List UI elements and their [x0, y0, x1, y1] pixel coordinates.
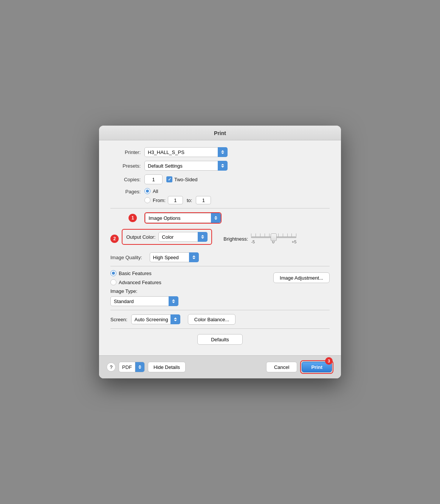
separator-1	[110, 208, 330, 208]
pages-from-input[interactable]	[168, 196, 183, 204]
pages-from-label: From:	[153, 198, 166, 203]
image-type-select[interactable]: Standard	[110, 296, 178, 306]
advanced-features-row: Advanced Features	[110, 279, 161, 285]
output-color-section: 2 Output Color: Color	[110, 229, 212, 249]
pages-to-label: to:	[187, 198, 192, 203]
tick-1	[251, 233, 251, 236]
pages-label: Pages:	[110, 188, 141, 194]
defaults-btn[interactable]: Defaults	[197, 334, 243, 345]
presets-row: Presets: Default Settings	[110, 161, 330, 171]
hide-details-btn[interactable]: Hide Details	[148, 362, 186, 372]
pages-from-radio[interactable]	[144, 197, 150, 203]
screen-label: Screen:	[110, 317, 127, 322]
image-options-row: 1 Image Options	[110, 212, 330, 224]
tick-2	[256, 233, 256, 236]
badge-3: 3	[325, 357, 333, 365]
tick-8	[283, 233, 283, 236]
defaults-row: Defaults	[110, 334, 330, 345]
two-sided-row: Two-Sided	[166, 176, 197, 182]
pages-row: Pages: All From: to:	[110, 188, 330, 204]
screen-select-wrapper: Auto Screening	[131, 314, 180, 324]
tick-9	[287, 233, 288, 236]
printer-select-wrapper: H3_HALL_S_PS	[144, 147, 228, 157]
features-row: Basic Features Advanced Features Image A…	[110, 270, 330, 285]
brightness-label: Brightness:	[223, 236, 248, 242]
dialog-title: Print	[99, 126, 341, 140]
two-sided-label: Two-Sided	[174, 177, 197, 182]
brightness-slider-container: -5 0 +5	[251, 233, 296, 244]
image-options-select-wrapper: Image Options	[144, 212, 222, 224]
pages-to-input[interactable]	[196, 196, 211, 204]
tick-3	[260, 233, 260, 236]
pages-from-row: From: to:	[144, 196, 211, 204]
separator-2	[110, 266, 330, 266]
features-left: Basic Features Advanced Features	[110, 270, 161, 285]
tick-10	[291, 233, 292, 236]
cancel-btn[interactable]: Cancel	[266, 362, 297, 372]
tick-11	[296, 233, 296, 236]
output-color-label: Output Color:	[126, 234, 155, 240]
print-btn-outline: Print 3	[300, 360, 333, 374]
screen-select[interactable]: Auto Screening	[131, 314, 180, 324]
presets-label: Presets:	[110, 163, 141, 169]
slider-track[interactable]	[251, 236, 296, 238]
image-adjustment-btn[interactable]: Image Adjustment...	[273, 272, 330, 283]
output-color-outline: Output Color: Color	[122, 229, 212, 245]
image-type-select-wrapper: Standard	[110, 296, 178, 306]
image-quality-label: Image Quality:	[110, 255, 142, 260]
slider-thumb[interactable]	[271, 233, 277, 241]
pages-all-label: All	[153, 188, 158, 194]
print-dialog: Print Printer: H3_HALL_S_PS Presets: Def…	[99, 126, 341, 378]
output-color-select[interactable]: Color	[158, 232, 208, 242]
bottom-bar: ? PDF Hide Details Cancel Print 3	[99, 355, 341, 378]
pages-all-row: All	[144, 188, 211, 194]
advanced-features-radio[interactable]	[110, 279, 116, 285]
separator-3	[110, 310, 330, 310]
presets-select-wrapper: Default Settings	[144, 161, 228, 171]
two-sided-checkbox[interactable]	[166, 176, 172, 182]
basic-features-row: Basic Features	[110, 270, 161, 276]
copies-row: Copies: Two-Sided	[110, 174, 330, 184]
badge-1: 1	[129, 214, 137, 222]
dialog-content: Printer: H3_HALL_S_PS Presets: Default S…	[99, 140, 341, 355]
pdf-wrapper: PDF	[119, 362, 145, 372]
pdf-arrow[interactable]	[135, 362, 144, 372]
copies-input[interactable]	[144, 174, 163, 184]
print-badge-wrapper: Print 3	[302, 362, 332, 372]
color-balance-btn[interactable]: Color Balance...	[188, 314, 236, 325]
image-quality-select[interactable]: High Speed	[150, 252, 199, 262]
title-text: Print	[214, 130, 226, 136]
tick-7	[278, 233, 279, 236]
separator-4	[110, 328, 330, 329]
image-options-select[interactable]: Image Options	[145, 213, 221, 223]
badge-2: 2	[110, 235, 119, 243]
image-quality-select-wrapper: High Speed	[150, 252, 199, 262]
image-type-section: Image Type: Standard	[110, 288, 330, 306]
image-quality-row: Image Quality: High Speed	[110, 252, 330, 262]
help-button[interactable]: ?	[107, 362, 116, 372]
copies-label: Copies:	[110, 177, 141, 182]
features-section: Basic Features Advanced Features Image A…	[110, 270, 330, 285]
printer-row: Printer: H3_HALL_S_PS	[110, 147, 330, 157]
basic-features-label: Basic Features	[119, 271, 152, 276]
pages-section: All From: to:	[144, 188, 211, 204]
tick-5	[269, 233, 270, 236]
screen-row: Screen: Auto Screening Color Balance...	[110, 314, 330, 325]
basic-features-radio[interactable]	[110, 270, 116, 276]
pdf-label: PDF	[119, 362, 135, 372]
image-type-label: Image Type:	[110, 288, 330, 294]
brightness-min: -5	[251, 240, 255, 244]
printer-label: Printer:	[110, 149, 141, 155]
printer-select[interactable]: H3_HALL_S_PS	[144, 147, 228, 157]
pages-all-radio[interactable]	[144, 188, 150, 194]
brightness-max: +5	[292, 240, 297, 244]
tick-4	[265, 233, 265, 236]
output-color-select-wrapper: Color	[158, 232, 208, 242]
image-adjustment-section: Image Adjustment...	[273, 272, 330, 283]
presets-select[interactable]: Default Settings	[144, 161, 228, 171]
brightness-section: Brightness:	[223, 233, 296, 244]
output-brightness-row: 2 Output Color: Color Brightness:	[110, 229, 330, 249]
advanced-features-label: Advanced Features	[119, 280, 161, 285]
